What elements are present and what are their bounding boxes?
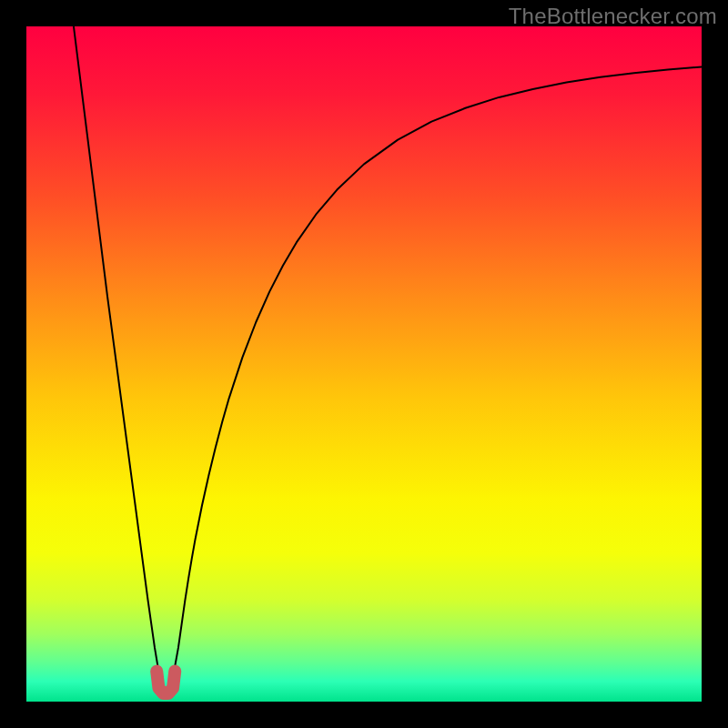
gradient-background [26, 26, 702, 702]
chart-svg [26, 26, 702, 702]
plot-area [26, 26, 702, 702]
watermark-text: TheBottlenecker.com [509, 4, 717, 29]
chart-frame: TheBottlenecker.com [0, 0, 728, 728]
